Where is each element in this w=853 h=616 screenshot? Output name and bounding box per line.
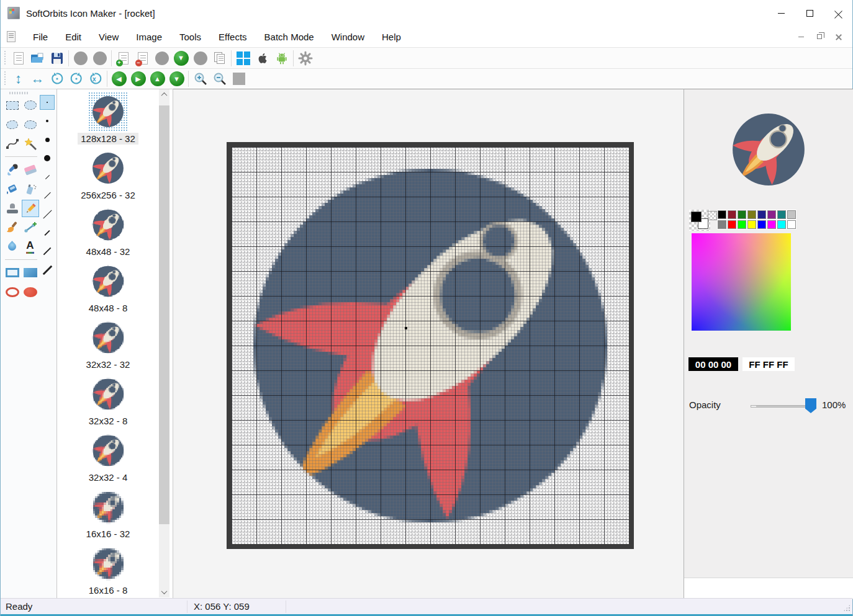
toolbar-grip[interactable] (4, 51, 7, 66)
text-tool[interactable]: A (21, 237, 39, 256)
color-picker-tool[interactable] (3, 160, 21, 179)
size-item-128x128-32[interactable]: 128x128 - 32 (57, 92, 159, 145)
size-item-32x32-32[interactable]: 32x32 - 32 (57, 318, 159, 370)
icon-thumbnail[interactable] (88, 318, 128, 357)
resize-grip[interactable] (843, 604, 851, 612)
move-tool[interactable] (21, 218, 39, 237)
mdi-minimize-button[interactable] (792, 29, 810, 44)
save-button[interactable] (47, 49, 66, 68)
shift-right-button[interactable]: ▶ (129, 69, 148, 88)
menu-image[interactable]: Image (127, 28, 171, 46)
icon-thumbnail[interactable] (88, 431, 128, 470)
close-button[interactable] (824, 0, 852, 26)
brush-size-1[interactable] (39, 93, 55, 112)
foreground-background-selector[interactable] (689, 210, 710, 231)
resize-width-button[interactable]: ↔ (28, 69, 47, 88)
size-item-32x32-8[interactable]: 32x32 - 8 (57, 374, 159, 427)
line-width-3[interactable] (39, 205, 55, 223)
transparent-color-swatch[interactable] (708, 211, 717, 220)
color-swatch-7b7b17[interactable] (747, 210, 757, 220)
line-width-2[interactable] (39, 186, 55, 205)
freeform-select-tool[interactable] (21, 115, 39, 134)
menu-effects[interactable]: Effects (210, 28, 256, 46)
menu-file[interactable]: File (24, 28, 56, 46)
rect-select-tool[interactable] (3, 96, 21, 115)
menu-view[interactable]: View (90, 28, 127, 46)
line-width-5[interactable] (39, 242, 55, 261)
color-swatch-00ff00[interactable] (737, 220, 747, 230)
menu-window[interactable]: Window (323, 28, 373, 46)
rectangle-tool[interactable] (3, 263, 21, 282)
filled-ellipse-tool[interactable] (21, 282, 39, 301)
rotate-ccw-button[interactable] (47, 69, 66, 88)
grid-toggle-button[interactable] (229, 69, 248, 88)
menu-tools[interactable]: Tools (171, 28, 210, 46)
color-swatch-ffffff[interactable] (787, 220, 797, 230)
icon-thumbnail[interactable] (88, 543, 128, 583)
color-swatch-178080[interactable] (777, 210, 787, 220)
rotate-cw-button[interactable] (66, 69, 86, 88)
pixel-editor-canvas[interactable] (232, 147, 629, 544)
resize-height-button[interactable]: ↕ (9, 69, 28, 88)
list-scrollbar[interactable] (159, 89, 169, 597)
size-item-32x32-4[interactable]: 32x32 - 4 (57, 431, 159, 483)
color-swatch-000000[interactable] (717, 210, 727, 220)
size-item-48x48-32[interactable]: 48x48 - 32 (57, 205, 159, 257)
color-swatch-ffff00[interactable] (747, 220, 757, 230)
line-width-1[interactable] (39, 167, 55, 186)
icon-thumbnail[interactable] (88, 487, 128, 527)
windows-format-button[interactable] (233, 49, 253, 68)
color-swatch-00ffff[interactable] (777, 220, 787, 230)
apple-format-button[interactable] (253, 49, 272, 68)
brush-size-4[interactable] (39, 149, 55, 167)
size-item-48x48-8[interactable]: 48x48 - 8 (57, 261, 159, 314)
minimize-button[interactable] (767, 0, 795, 26)
foreground-color-swatch[interactable] (691, 212, 702, 222)
color-swatch-ff0000[interactable] (727, 220, 737, 230)
stamp-tool[interactable] (3, 199, 21, 218)
mdi-restore-button[interactable] (810, 29, 829, 44)
scroll-up-button[interactable] (159, 89, 169, 100)
icon-thumbnail[interactable] (88, 374, 128, 414)
color-swatch-0000ff[interactable] (757, 220, 767, 230)
menu-help[interactable]: Help (373, 28, 410, 46)
opacity-slider-track[interactable] (751, 405, 806, 408)
filled-rectangle-tool[interactable] (21, 263, 39, 282)
color-swatch-8e1b2c[interactable] (727, 210, 737, 220)
fill-tool[interactable] (3, 179, 21, 199)
spray-tool[interactable] (21, 179, 39, 199)
toolbar-grip[interactable] (4, 71, 7, 86)
brush-size-2[interactable] (39, 112, 55, 130)
foreground-hex-value[interactable]: 00 00 00 (688, 357, 738, 371)
line-width-4[interactable] (39, 223, 55, 242)
color-swatch-20208c[interactable] (757, 210, 767, 220)
eraser-tool[interactable] (21, 160, 39, 179)
rotate-angle-button[interactable]: x (86, 69, 105, 88)
ellipse-tool[interactable] (3, 282, 21, 301)
shift-left-button[interactable]: ◀ (109, 69, 129, 88)
icon-thumbnail[interactable] (88, 92, 128, 132)
icon-thumbnail[interactable] (88, 205, 128, 244)
duplicate-button[interactable] (210, 49, 229, 68)
color-swatch-808080[interactable] (717, 220, 727, 230)
scroll-down-button[interactable] (159, 587, 169, 597)
mdi-close-button[interactable] (829, 29, 847, 44)
zoom-in-button[interactable] (191, 69, 210, 88)
menu-batch-mode[interactable]: Batch Mode (256, 28, 323, 46)
icon-thumbnail[interactable] (88, 261, 128, 301)
size-item-16x16-8[interactable]: 16x16 - 8 (57, 543, 159, 596)
brush-tool[interactable] (3, 218, 21, 237)
pencil-tool[interactable] (21, 199, 39, 218)
remove-size-button[interactable]: − (133, 49, 152, 68)
maximize-button[interactable] (795, 0, 824, 26)
icon-thumbnail[interactable] (88, 148, 128, 188)
color-swatch-c3c3c3[interactable] (787, 210, 797, 220)
menu-edit[interactable]: Edit (56, 28, 90, 46)
curve-tool[interactable] (3, 134, 21, 153)
lasso-select-tool[interactable] (3, 115, 21, 134)
size-item-256x256-32[interactable]: 256x256 - 32 (57, 148, 159, 201)
zoom-out-button[interactable] (210, 69, 229, 88)
open-button[interactable] (28, 49, 47, 68)
magic-wand-tool[interactable] (21, 134, 39, 153)
blur-tool[interactable] (3, 237, 21, 256)
